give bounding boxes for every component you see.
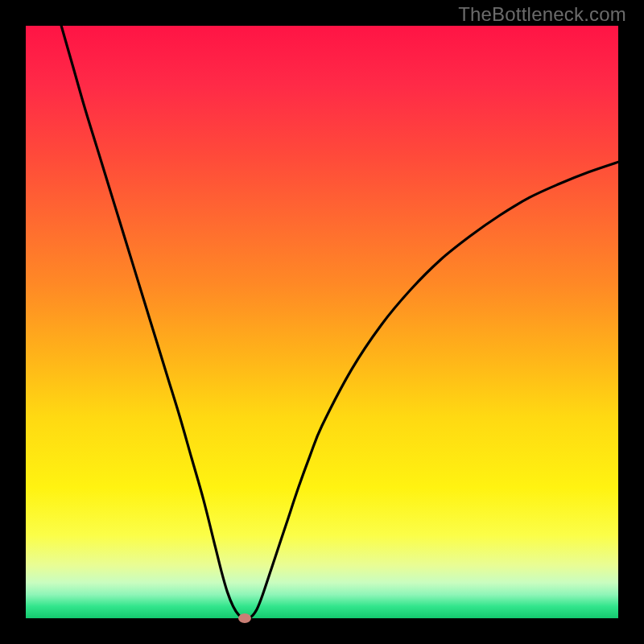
optimal-point-marker — [238, 613, 251, 623]
watermark-text: TheBottleneck.com — [458, 3, 626, 26]
plot-area — [26, 26, 618, 618]
chart-frame: TheBottleneck.com — [0, 0, 644, 644]
bottleneck-curve — [26, 26, 618, 618]
